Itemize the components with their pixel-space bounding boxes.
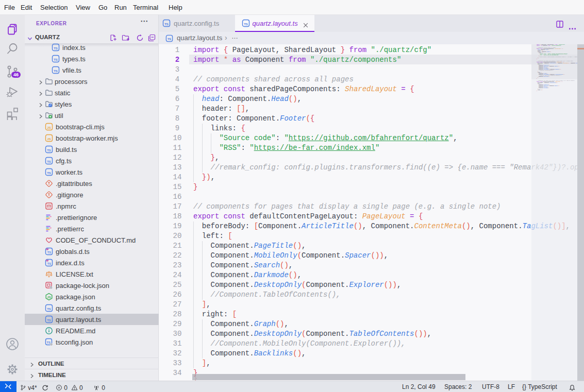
svg-text:TS: TS — [47, 341, 51, 344]
svg-text:JS: JS — [47, 138, 51, 141]
svg-text:TS: TS — [164, 23, 169, 26]
svg-text:TS: TS — [54, 47, 58, 50]
svg-text:TS: TS — [47, 160, 51, 163]
svg-text:TS: TS — [47, 251, 51, 254]
svg-text:TS: TS — [167, 38, 171, 41]
svg-text:TS: TS — [54, 58, 58, 61]
svg-text:TS: TS — [47, 172, 51, 175]
svg-text:TS: TS — [47, 262, 51, 265]
svg-text:TS: TS — [47, 319, 51, 322]
svg-text:TS: TS — [47, 149, 51, 152]
svg-text:JS: JS — [47, 296, 51, 299]
svg-text:TS: TS — [54, 70, 58, 73]
svg-text:JS: JS — [47, 126, 51, 129]
svg-text:TS: TS — [244, 23, 248, 26]
svg-text:TS: TS — [47, 308, 51, 311]
